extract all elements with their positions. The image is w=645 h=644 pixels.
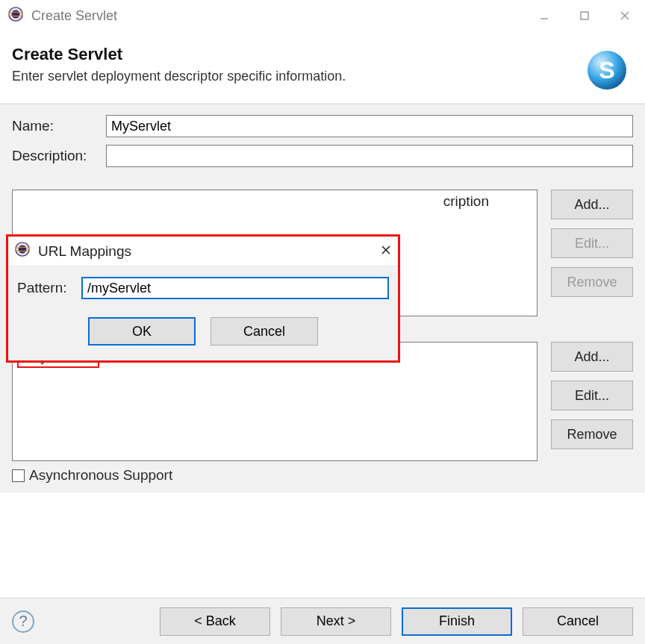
next-button[interactable]: Next > (281, 607, 391, 636)
init-params-add-button[interactable]: Add... (551, 190, 633, 219)
wizard-header: Create Servlet Enter servlet deployment … (0, 31, 645, 104)
description-input[interactable] (106, 145, 633, 167)
eclipse-icon (7, 6, 24, 26)
wizard-subtitle: Enter servlet deployment descriptor spec… (12, 69, 581, 84)
back-button[interactable]: < Back (160, 607, 270, 636)
window-titlebar: Create Servlet (0, 0, 645, 31)
maximize-button[interactable] (564, 0, 605, 31)
eclipse-icon (14, 241, 31, 261)
svg-rect-4 (581, 12, 588, 19)
svg-text:S: S (599, 57, 614, 84)
minimize-icon (539, 10, 549, 21)
wizard-title: Create Servlet (12, 45, 581, 64)
close-button[interactable] (605, 0, 645, 31)
maximize-icon (579, 10, 590, 21)
dialog-close-button[interactable] (380, 243, 392, 260)
url-mappings-add-button[interactable]: Add... (551, 342, 633, 372)
svg-point-1 (12, 10, 20, 18)
servlet-wizard-icon: S (581, 45, 633, 93)
description-label: Description: (12, 148, 106, 164)
dialog-cancel-button[interactable]: Cancel (211, 317, 318, 346)
dialog-title: URL Mappings (38, 243, 131, 260)
init-params-column-fragment: cription (443, 193, 534, 313)
url-mappings-remove-button[interactable]: Remove (551, 419, 633, 449)
create-servlet-window: Create Servlet Create Servlet Enter serv… (0, 0, 645, 644)
pattern-label: Pattern: (17, 280, 81, 296)
async-support-row[interactable]: Asynchronous Support (12, 467, 633, 484)
finish-button[interactable]: Finish (402, 607, 512, 636)
name-input[interactable] (106, 115, 633, 137)
cancel-button[interactable]: Cancel (523, 607, 633, 636)
dialog-ok-button[interactable]: OK (88, 317, 196, 346)
init-params-remove-button[interactable]: Remove (551, 267, 633, 297)
url-mappings-edit-button[interactable]: Edit... (551, 381, 633, 410)
minimize-button[interactable] (524, 0, 564, 31)
close-icon (619, 10, 631, 22)
url-mappings-dialog: URL Mappings Pattern: OK Cancel (6, 234, 400, 363)
async-support-label: Asynchronous Support (29, 467, 172, 484)
close-icon (380, 244, 392, 256)
window-controls (524, 0, 645, 31)
svg-point-10 (19, 246, 27, 254)
help-button[interactable]: ? (12, 610, 34, 633)
help-icon: ? (19, 613, 27, 630)
dialog-titlebar: URL Mappings (8, 237, 398, 266)
pattern-input[interactable] (81, 277, 389, 299)
window-title: Create Servlet (31, 8, 117, 24)
async-support-checkbox[interactable] (12, 469, 25, 482)
wizard-footer: ? < Back Next > Finish Cancel (0, 598, 645, 644)
name-label: Name: (12, 118, 106, 134)
init-params-edit-button[interactable]: Edit... (551, 228, 633, 258)
